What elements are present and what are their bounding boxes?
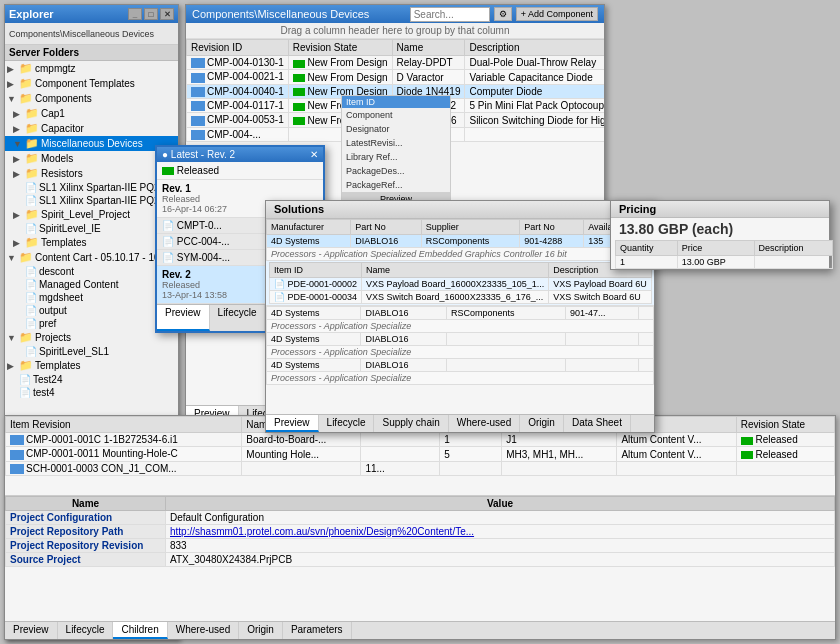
table-row[interactable]: 4D Systems DIABLO16 RSComponents 901-47.… — [267, 307, 654, 320]
table-row-category3: Processors - Application Specialize — [267, 346, 654, 359]
cell-rev: CMP-0001-001C 1-1B272534-6.i1 — [6, 433, 242, 447]
table-row[interactable]: 4D Systems DIABLO16 — [267, 333, 654, 346]
solutions-table: Manufacturer Part No Supplier Part No Av… — [266, 219, 654, 261]
cell-desc: Silicon Switching Diode for High... — [465, 113, 604, 127]
table-row[interactable]: 4D Systems DIABLO16 — [267, 359, 654, 372]
tree-item-cmpmgtz[interactable]: ▶ 📁 cmpmgtz — [5, 61, 178, 76]
server-folders-header: Server Folders — [5, 45, 178, 61]
prop-value: Default Configuration — [166, 511, 835, 525]
tree-item-misc-devices[interactable]: ▼ 📁 Miscellaneous Devices — [5, 136, 178, 151]
col-item-id: Item ID — [270, 263, 362, 278]
explorer-toolbar: Components\Miscellaneous Devices — [5, 23, 178, 45]
tree-item-test4[interactable]: 📄 test4 — [5, 386, 178, 399]
tab-where-used-bottom[interactable]: Where-used — [168, 622, 239, 639]
revision-close[interactable]: ✕ — [310, 149, 318, 160]
prop-value[interactable]: http://shasmm01.protel.com.au/svn/phoeni… — [166, 525, 835, 539]
property-row: Project Repository Path http://shasmm01.… — [6, 525, 835, 539]
tree-item-component-templates[interactable]: ▶ 📁 Component Templates — [5, 76, 178, 91]
cell-mfr-part: DIABLO16 — [361, 333, 446, 346]
table-row-category4: Processors - Application Specialize — [267, 372, 654, 385]
revision-panel-header: ● Latest - Rev. 2 ✕ — [157, 147, 323, 162]
table-row[interactable]: CMP-004-0021-1 New From Design D Varacto… — [187, 70, 605, 84]
tab-origin-sol[interactable]: Origin — [520, 415, 564, 432]
tab-origin-bottom[interactable]: Origin — [239, 622, 283, 639]
cell-desc: Computer Diode — [465, 84, 604, 98]
minimize-button[interactable]: _ — [128, 8, 142, 20]
settings-button[interactable]: ⚙ — [494, 7, 512, 21]
table-row[interactable]: SCH-0001-0003 CON_J1_COM... 11... — [6, 461, 835, 475]
solutions-panel: Solutions ▶ Manufacturer Part No Supplie… — [265, 200, 655, 433]
tree-item-templates2[interactable]: ▶ 📁 Templates — [5, 358, 178, 373]
tab-preview-rev[interactable]: Preview — [157, 305, 210, 331]
property-row: Project Repository Revision 833 — [6, 539, 835, 553]
tab-data-sheet-sol[interactable]: Data Sheet — [564, 415, 631, 432]
tab-lifecycle-rev[interactable]: Lifecycle — [210, 305, 266, 331]
col-sup-part-no: Part No — [520, 220, 584, 235]
tree-item-pref[interactable]: 📄 pref — [5, 317, 178, 330]
table-row[interactable]: CMP-0001-001C 1-1B272534-6.i1 Board-to-B… — [6, 433, 835, 447]
search-input[interactable] — [410, 7, 490, 22]
tab-parameters-bottom[interactable]: Parameters — [283, 622, 352, 639]
tree-item-spirit-level-project[interactable]: ▶ 📁 Spirit_Level_Project — [5, 207, 178, 222]
tab-preview-bottom[interactable]: Preview — [5, 622, 58, 639]
table-row[interactable]: 4D Systems DIABLO16 RSComponents 901-428… — [267, 235, 654, 248]
close-button[interactable]: ✕ — [160, 8, 174, 20]
tree-item-capacitor[interactable]: ▶ 📁 Capacitor — [5, 121, 178, 136]
table-row[interactable]: CMP-004-0130-1 New From Design Relay-DPD… — [187, 56, 605, 70]
tree-item-managed-content[interactable]: 📄 Managed Content — [5, 278, 178, 291]
tab-supply-chain-sol[interactable]: Supply chain — [374, 415, 448, 432]
item-icon: 📄 — [19, 374, 31, 385]
folder-icon: 📁 — [25, 137, 39, 150]
bottom-panel-lower: Name Value Project Configuration Default… — [5, 496, 835, 639]
tab-children-bottom[interactable]: Children — [113, 622, 167, 639]
prop-name: Project Configuration — [6, 511, 166, 525]
tree-item-components[interactable]: ▼ 📁 Components — [5, 91, 178, 106]
tree-item-mgdsheet[interactable]: 📄 mgdsheet — [5, 291, 178, 304]
property-row: Source Project ATX_30480X24384.PrjPCB — [6, 553, 835, 567]
tree-item-spiritlevel-sl1[interactable]: 📄 SpiritLevel_SL1 — [5, 345, 178, 358]
cell-qty: 1 — [440, 433, 502, 447]
cell-manufacturer: 4D Systems — [267, 307, 361, 320]
cell-state: New From Design — [288, 70, 392, 84]
cell-manufacturer: 4D Systems — [267, 235, 351, 248]
tree-item-xilinx1[interactable]: 📄 SL1 Xilinx Spartan-IIE PQ2... — [5, 181, 178, 194]
folder-icon: 📁 — [25, 122, 39, 135]
tree-item-resistors[interactable]: ▶ 📁 Resistors — [5, 166, 178, 181]
cell-mfr-part: DIABLO16 — [361, 359, 446, 372]
table-row[interactable]: 📄 PDE-0001-00034 VXS Switch Board_16000X… — [270, 291, 652, 304]
cell-desc — [361, 447, 440, 461]
col-name: Name — [362, 263, 549, 278]
cell-sup-part — [566, 333, 639, 346]
tree-item-test24[interactable]: 📄 Test24 — [5, 373, 178, 386]
tree-item-models[interactable]: ▶ 📁 Models — [5, 151, 178, 166]
tree-item-output[interactable]: 📄 output — [5, 304, 178, 317]
tree-item-spiritlevel-ie[interactable]: 📄 SpiritLevel_IE — [5, 222, 178, 235]
pricing-panel: Pricing 13.80 GBP (each) Quantity Price … — [610, 200, 830, 270]
folder-icon: 📁 — [19, 359, 33, 372]
tree-item-projects[interactable]: ▼ 📁 Projects — [5, 330, 178, 345]
table-row[interactable]: 1 13.00 GBP — [616, 256, 833, 269]
solutions-table-2: 4D Systems DIABLO16 RSComponents 901-47.… — [266, 306, 654, 385]
maximize-button[interactable]: □ — [144, 8, 158, 20]
table-row[interactable]: CMP-0001-0011 Mounting-Hole-C Mounting H… — [6, 447, 835, 461]
tree-item-descont[interactable]: 📄 descont — [5, 265, 178, 278]
tree-item-xilinx2[interactable]: 📄 SL1 Xilinx Spartan-IIE PQ2... — [5, 194, 178, 207]
cell-desc: VXS Payload Board 6U — [549, 278, 652, 291]
tree-item-cap1[interactable]: ▶ 📁 Cap1 — [5, 106, 178, 121]
tree-item-content-cart[interactable]: ▼ 📁 Content Cart - 05.10.17 - 10:43 — [5, 250, 178, 265]
table-row[interactable]: 📄 PDE-0001-00002 VXS Payload Board_16000… — [270, 278, 652, 291]
cell-manufacturer: 4D Systems — [267, 359, 361, 372]
cell-id: CMP-004-... — [187, 127, 289, 141]
pricing-header: Pricing — [611, 201, 829, 218]
add-component-button[interactable]: + Add Component — [516, 7, 598, 21]
cell-manufacturer: 4D Systems — [267, 333, 361, 346]
tree-item-templates[interactable]: ▶ 📁 Templates — [5, 235, 178, 250]
expand-icon: ▶ — [7, 79, 17, 89]
cell-sup-part: 901-47... — [566, 307, 639, 320]
tab-lifecycle-sol[interactable]: Lifecycle — [319, 415, 375, 432]
tab-preview-sol[interactable]: Preview — [266, 415, 319, 432]
tab-lifecycle-bottom[interactable]: Lifecycle — [58, 622, 114, 639]
tab-where-used-sol[interactable]: Where-used — [449, 415, 520, 432]
solutions-panel-tabs: Preview Lifecycle Supply chain Where-use… — [266, 414, 654, 432]
cell-designator: MH3, MH1, MH... — [502, 447, 617, 461]
